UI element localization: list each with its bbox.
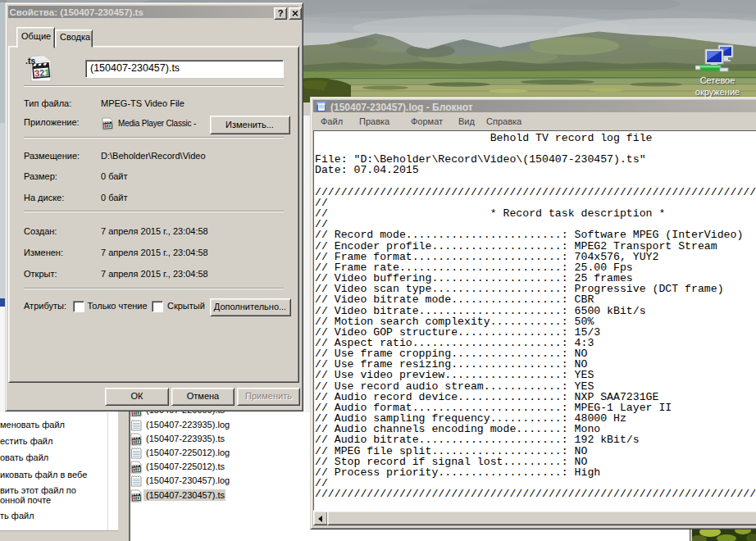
svg-text:1: 1: [44, 67, 50, 77]
